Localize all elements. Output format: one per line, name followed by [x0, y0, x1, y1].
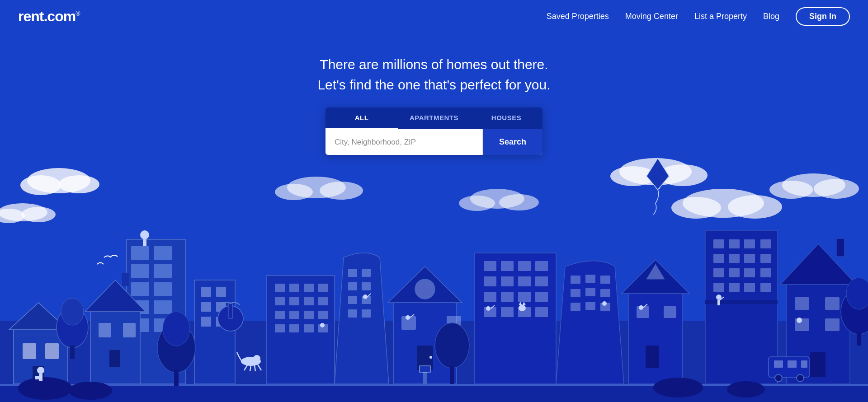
svg-rect-66: [289, 284, 299, 292]
logo[interactable]: rent.com®: [18, 8, 80, 25]
svg-rect-88: [348, 309, 357, 318]
svg-point-20: [499, 194, 539, 210]
sign-in-button[interactable]: Sign In: [796, 7, 850, 26]
svg-rect-42: [99, 323, 111, 337]
svg-rect-76: [318, 311, 328, 319]
svg-rect-168: [810, 352, 826, 377]
svg-rect-105: [501, 261, 514, 271]
svg-point-57: [61, 298, 84, 325]
svg-rect-69: [275, 297, 285, 305]
svg-rect-45: [122, 273, 129, 286]
svg-rect-35: [154, 300, 172, 314]
nav-moving-center[interactable]: Moving Center: [625, 12, 678, 21]
svg-rect-130: [571, 303, 580, 311]
svg-rect-171: [857, 332, 861, 346]
svg-point-187: [18, 377, 72, 400]
svg-rect-32: [131, 282, 149, 296]
svg-rect-176: [801, 360, 807, 368]
svg-rect-151: [729, 268, 740, 277]
svg-rect-67: [304, 284, 314, 292]
svg-rect-77: [275, 324, 285, 332]
svg-rect-115: [535, 292, 548, 302]
navbar: rent.com® Saved Properties Moving Center…: [0, 0, 868, 33]
svg-rect-124: [571, 276, 580, 284]
nav-saved-properties[interactable]: Saved Properties: [547, 12, 609, 21]
svg-rect-131: [585, 302, 595, 310]
headline-line1: There are millions of homes out there.: [317, 54, 550, 75]
svg-rect-75: [304, 311, 314, 319]
svg-rect-137: [664, 306, 676, 318]
svg-point-191: [37, 367, 44, 374]
svg-point-13: [769, 181, 813, 199]
svg-rect-175: [788, 360, 797, 368]
svg-rect-39: [143, 239, 146, 246]
svg-rect-40: [90, 312, 140, 384]
logo-sup: ®: [75, 10, 80, 17]
svg-point-185: [435, 323, 469, 368]
svg-rect-30: [131, 264, 149, 278]
svg-rect-128: [585, 288, 595, 296]
svg-rect-43: [123, 323, 136, 337]
svg-point-190: [727, 381, 765, 397]
tab-all[interactable]: ALL: [326, 108, 398, 129]
svg-rect-186: [450, 366, 454, 384]
svg-rect-79: [304, 324, 314, 332]
svg-rect-44: [109, 350, 120, 367]
svg-rect-148: [744, 254, 755, 263]
svg-rect-29: [154, 246, 172, 260]
svg-point-11: [728, 195, 782, 219]
svg-point-16: [275, 184, 313, 200]
svg-point-19: [459, 196, 495, 211]
search-tabs: ALL APARTMENTS HOUSES: [326, 108, 542, 129]
svg-point-10: [671, 197, 721, 219]
svg-point-5: [21, 207, 56, 222]
hero-headline: There are millions of homes out there. L…: [317, 54, 550, 95]
svg-rect-54: [229, 303, 232, 318]
tab-apartments[interactable]: APARTMENTS: [398, 108, 470, 129]
tab-houses[interactable]: HOUSES: [470, 108, 542, 129]
nav-list-property[interactable]: List a Property: [694, 12, 747, 21]
svg-rect-78: [289, 324, 299, 332]
svg-rect-65: [275, 284, 285, 292]
svg-rect-89: [362, 309, 371, 318]
svg-rect-82: [348, 269, 357, 277]
svg-rect-68: [318, 284, 328, 292]
svg-rect-157: [760, 283, 771, 292]
svg-marker-162: [780, 244, 856, 285]
svg-rect-84: [348, 282, 357, 290]
svg-point-1: [20, 175, 61, 195]
nav-links: Saved Properties Moving Center List a Pr…: [547, 7, 850, 26]
headline-line2: Let's find the one that's perfect for yo…: [317, 75, 550, 95]
svg-rect-104: [484, 261, 496, 271]
svg-rect-117: [501, 307, 514, 317]
svg-point-100: [429, 356, 432, 359]
svg-rect-155: [729, 283, 740, 292]
svg-rect-31: [154, 264, 172, 278]
svg-point-38: [140, 230, 149, 239]
svg-rect-47: [201, 287, 211, 297]
svg-rect-139: [646, 346, 659, 368]
nav-blog[interactable]: Blog: [763, 12, 779, 21]
svg-point-120: [519, 305, 526, 311]
svg-point-2: [59, 175, 99, 193]
svg-rect-48: [216, 287, 226, 297]
svg-rect-145: [760, 239, 771, 248]
svg-rect-183: [174, 370, 179, 386]
svg-rect-114: [518, 292, 531, 302]
svg-point-98: [406, 315, 410, 320]
svg-rect-86: [348, 296, 357, 304]
svg-rect-152: [744, 268, 755, 277]
svg-rect-73: [275, 311, 285, 319]
svg-rect-33: [154, 282, 172, 296]
svg-point-169: [797, 318, 802, 323]
svg-rect-72: [318, 297, 328, 305]
svg-point-178: [797, 374, 804, 382]
svg-rect-103: [475, 253, 556, 384]
svg-point-188: [69, 382, 112, 400]
svg-rect-158: [705, 300, 778, 304]
svg-point-81: [320, 323, 325, 327]
svg-rect-109: [501, 276, 514, 286]
svg-point-177: [775, 374, 782, 382]
svg-rect-147: [729, 254, 740, 263]
svg-rect-70: [289, 297, 299, 305]
